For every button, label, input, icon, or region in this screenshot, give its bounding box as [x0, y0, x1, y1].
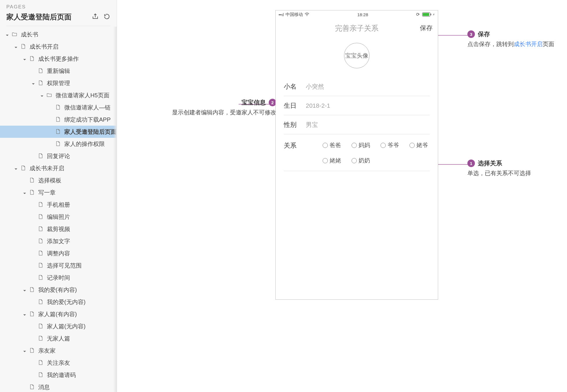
- relation-radio[interactable]: [323, 158, 328, 163]
- relation-radio[interactable]: [352, 158, 357, 163]
- chevron-down-icon[interactable]: [23, 190, 27, 195]
- chevron-down-icon[interactable]: [40, 93, 45, 98]
- phone-mockup: ••ıl 中国移动 18:28 ⟳ ⚡︎ 完善亲子关系 保存 宝宝头像 小名: [275, 10, 438, 300]
- relation-radio[interactable]: [323, 143, 328, 148]
- tree-item[interactable]: 我的邀请码: [0, 369, 117, 381]
- document-icon: [38, 214, 44, 220]
- tree-item[interactable]: 微信邀请家人—链: [0, 101, 117, 113]
- relation-option-label: 姥爷: [416, 141, 428, 149]
- chevron-down-icon[interactable]: [14, 44, 19, 49]
- chevron-down-icon[interactable]: [31, 81, 36, 85]
- tree-item-label: 微信邀请家人—链: [64, 104, 111, 111]
- relation-option[interactable]: 姥姥: [323, 157, 341, 164]
- relation-option[interactable]: 奶奶: [352, 157, 370, 164]
- tree-item[interactable]: 重新编辑: [0, 65, 117, 77]
- annotation-2: 2 宝宝信息 显示创建者编辑内容，受邀家人不可修改: [172, 98, 276, 117]
- annotation-body-2: 显示创建者编辑内容，受邀家人不可修改: [172, 108, 276, 117]
- refresh-icon[interactable]: [103, 13, 110, 21]
- tree-item[interactable]: 编辑照片: [0, 211, 117, 223]
- tree-item[interactable]: 权限管理: [0, 77, 117, 89]
- tree-item[interactable]: 成长书未开启: [0, 162, 117, 174]
- document-icon: [55, 104, 61, 111]
- document-icon: [38, 372, 44, 378]
- svg-point-5: [307, 15, 308, 16]
- tree-item[interactable]: 家人篇(有内容): [0, 308, 117, 320]
- tree-item[interactable]: 选择模板: [0, 174, 117, 186]
- statusbar: ••ıl 中国移动 18:28 ⟳ ⚡︎: [276, 10, 438, 19]
- annotation-body-3: 点击保存，跳转到成长书开启页面: [467, 40, 567, 48]
- tree-item[interactable]: 无家人篇: [0, 332, 117, 345]
- relation-option[interactable]: 爸爸: [323, 141, 341, 149]
- relation-option-label: 妈妈: [359, 141, 370, 149]
- baby-avatar[interactable]: 宝宝头像: [344, 43, 370, 68]
- document-icon: [55, 129, 61, 135]
- annotation-3: 3 保存 点击保存，跳转到成长书开启页面: [467, 30, 567, 48]
- tree-item[interactable]: 成长书更多操作: [0, 53, 117, 65]
- save-button[interactable]: 保存: [420, 24, 433, 32]
- tree-item[interactable]: 我的爱(有内容): [0, 284, 117, 296]
- folder-icon: [12, 31, 18, 38]
- tree-item[interactable]: 关注亲友: [0, 357, 117, 369]
- relation-radio[interactable]: [381, 143, 386, 148]
- tree-item[interactable]: 家人受邀登陆后页面: [0, 126, 117, 138]
- document-icon: [38, 68, 44, 74]
- loading-icon: ⟳: [416, 12, 420, 17]
- tree-item[interactable]: 微信邀请家人H5页面: [0, 89, 117, 101]
- tree-item[interactable]: 回复评论: [0, 150, 117, 162]
- document-icon: [29, 287, 35, 293]
- annotation-body-1: 单选，已有关系不可选择: [467, 169, 567, 177]
- chevron-down-icon[interactable]: [23, 312, 27, 316]
- tree-item-label: 消息: [38, 383, 50, 391]
- tree-item-label: 无家人篇: [47, 335, 70, 342]
- navbar-title: 完善亲子关系: [335, 23, 378, 33]
- folder-icon: [46, 92, 53, 98]
- scrollbar[interactable]: [113, 27, 117, 392]
- relation-option[interactable]: 姥爷: [409, 141, 428, 149]
- tree-item-label: 成长书未开启: [30, 164, 64, 172]
- document-icon: [38, 274, 44, 281]
- tree-item[interactable]: 调整内容: [0, 247, 117, 259]
- tree-item-label: 记录时间: [47, 274, 70, 282]
- tree-item[interactable]: 绑定成功下载APP: [0, 113, 117, 126]
- document-icon: [55, 116, 61, 123]
- tree-item[interactable]: 手机相册: [0, 199, 117, 211]
- tree-item-label: 成长书: [21, 31, 38, 39]
- tree-item[interactable]: 选择可见范围: [0, 259, 117, 272]
- share-icon[interactable]: [92, 13, 99, 21]
- document-icon: [29, 56, 35, 62]
- tree-item-label: 成长书开启: [30, 43, 58, 51]
- tree-item[interactable]: 家人篇(无内容): [0, 320, 117, 332]
- relation-radio[interactable]: [409, 143, 415, 148]
- tree-item[interactable]: 亲友家: [0, 345, 117, 357]
- tree-item[interactable]: 裁剪视频: [0, 223, 117, 235]
- relation-label: 关系: [284, 141, 306, 150]
- relation-radio[interactable]: [352, 143, 357, 148]
- tree-item[interactable]: 写一章: [0, 186, 117, 199]
- relation-option[interactable]: 妈妈: [352, 141, 370, 149]
- signal-icon: ••ıl: [279, 12, 284, 17]
- chevron-down-icon[interactable]: [14, 166, 19, 171]
- tree-item[interactable]: 成长书开启: [0, 41, 117, 53]
- tree-item[interactable]: 添加文字: [0, 235, 117, 247]
- tree-item[interactable]: 成长书: [0, 28, 117, 41]
- chevron-down-icon[interactable]: [23, 56, 27, 61]
- birthday-label: 生日: [284, 101, 306, 110]
- document-icon: [38, 250, 44, 257]
- battery-icon: [422, 12, 430, 17]
- relation-option[interactable]: 爷爷: [381, 141, 399, 149]
- tree-item[interactable]: 家人的操作权限: [0, 138, 117, 150]
- chevron-down-icon[interactable]: [23, 348, 27, 353]
- chevron-down-icon[interactable]: [5, 32, 10, 37]
- tree-item[interactable]: 记录时间: [0, 272, 117, 284]
- document-icon: [29, 177, 35, 184]
- birthday-field: 生日: [284, 96, 430, 115]
- relation-option-label: 姥姥: [330, 157, 341, 164]
- document-icon: [38, 360, 44, 366]
- document-icon: [38, 226, 44, 232]
- pages-tree[interactable]: 成长书成长书开启成长书更多操作重新编辑权限管理微信邀请家人H5页面微信邀请家人—…: [0, 26, 117, 392]
- tree-item[interactable]: 消息: [0, 381, 117, 392]
- tree-item-label: 亲友家: [38, 347, 56, 355]
- chevron-down-icon[interactable]: [23, 287, 27, 292]
- annotation-link[interactable]: 成长书开启: [514, 41, 543, 47]
- tree-item[interactable]: 我的爱(无内容): [0, 296, 117, 308]
